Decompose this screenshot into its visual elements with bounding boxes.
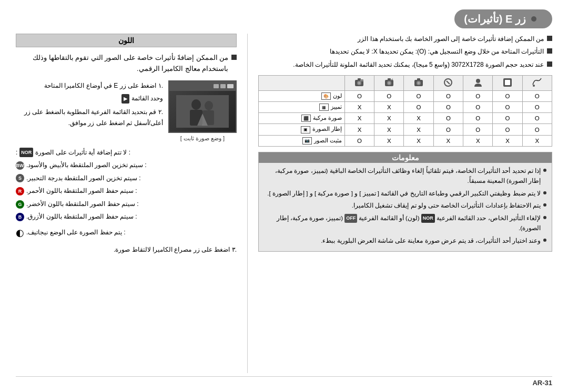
page-number: AR-31 [532, 379, 552, 387]
b-icon: B [16, 213, 24, 221]
info-dot-4 [543, 216, 546, 219]
step-3: .٣ اضغط على زر مصراع الكاميرا لالتقاط صو… [16, 244, 237, 256]
table-row-sura-murakkaba: O O O O X X X صورة مركبة ⬛ [259, 113, 552, 124]
effect-bw: : سيتم تخزين الصور الملتقطة بالأبيض والأ… [16, 160, 237, 171]
intro-bullet-1: من الممكن إضافةً تأثيرات خاصة على الصور … [16, 53, 237, 75]
color-label: اللون [16, 34, 237, 47]
svg-point-6 [533, 85, 535, 87]
info-dot-5 [543, 239, 546, 242]
th-label [259, 76, 345, 91]
s-icon: S [16, 174, 24, 182]
cam-icon-2 [220, 84, 226, 88]
info-bullet-2: لا يتم ضبط وظيفتي التكبير الرقمي وطباعة … [264, 189, 546, 199]
muthabbat-icon: 📷 [302, 137, 312, 145]
effect-r: : سيتم حفظ الصور الملتقطة باللون الأحمر.… [16, 185, 237, 197]
sq-bullet-1 [547, 36, 552, 41]
info-bullet-4: لإلغاء التأثير الخاص، حدد القائمة الفرعي… [264, 213, 546, 234]
th-icon7 [344, 76, 374, 91]
svg-rect-19 [388, 78, 391, 80]
effects-list: : لا تتم إضافة أية تأثيرات على الصورة NO… [16, 147, 237, 256]
svg-point-22 [358, 82, 360, 84]
nor-badge: NOR [19, 148, 33, 157]
th-icon3 [463, 76, 493, 91]
title-bar: زر E (تأثيرات) [454, 9, 552, 28]
effect-neg: : يتم حفظ الصورة على الوضع نيجاتيف. ◐ [16, 224, 237, 241]
right-column: من الممكن إضافة تأثيرات خاصة إلى الصور ا… [258, 34, 552, 373]
camera-preview-box [168, 80, 237, 133]
left-column: اللون من الممكن إضافةً تأثيرات خاصة على … [16, 34, 237, 373]
steps-list: .١ اضغط على زر E في أوضاع الكاميرا المتا… [16, 80, 163, 131]
table-row-tamyiz: O O O O O X X تمييز ▦ [259, 102, 552, 113]
bw-icon: BW [16, 161, 24, 170]
title-bullet [531, 16, 536, 22]
svg-point-9 [476, 79, 480, 83]
photo-silhouette [176, 95, 229, 128]
page-header: زر E (تأثيرات) [16, 9, 552, 28]
r-icon: R [16, 187, 24, 195]
svg-line-11 [447, 81, 450, 84]
table-row-lon: O O O O O O O لون 🎨 [259, 91, 552, 102]
sq-bullet-3 [547, 61, 552, 67]
camera-label: [ وضع صورة ثابت ] [180, 135, 225, 142]
effects-table: O O O O O O O لون 🎨 O [258, 75, 552, 146]
step-2: .٢ قم بتحديد القائمة الفرعية المطلوبة با… [16, 107, 163, 129]
step-1: .١ اضغط على زر E في أوضاع الكاميرا المتا… [16, 80, 163, 92]
info-dot-2 [543, 191, 546, 194]
neg-icon: ◐ [16, 224, 24, 241]
effect-b: : سيتم حفظ الصور الملتقطة باللون الأزرق.… [16, 211, 237, 223]
info-box: معلومات إذا تم تحديد أحد التأثيرات الخاص… [258, 152, 552, 252]
effect-g: : سيتم حفظ الصور الملتقطة باللون الأخضر.… [16, 199, 237, 210]
g-icon: G [16, 200, 24, 209]
svg-rect-15 [417, 78, 420, 80]
info-bullet-3: يتم الاحتفاظ بإعدادات التأثيرات الخاصة ح… [264, 201, 546, 211]
info-dot-3 [543, 203, 546, 207]
square-bullet-icon [231, 55, 237, 60]
off-badge: OFF [344, 214, 357, 223]
info-bullet-5: وعند اختيار أحد التأثيرات، قد يتم عرض صو… [264, 236, 546, 246]
th-icon6 [374, 76, 404, 91]
lon-icon: 🎨 [321, 92, 331, 100]
nor-badge-2: NOR [421, 214, 435, 223]
right-bullets: من الممكن إضافة تأثيرات خاصة إلى الصور ا… [258, 34, 552, 70]
th-icon5 [404, 76, 433, 91]
step-1b: وحدد القائمة ▶ [16, 93, 163, 105]
r-bullet-2: التأثيرات المتاحة من خلال وضع التسجيل هي… [258, 46, 552, 57]
page-footer: AR-31 [16, 376, 552, 387]
table-row-itar: O O O O X X X إطار الصورة ▣ [259, 124, 552, 135]
svg-rect-24 [360, 79, 363, 81]
effect-s: : سيتم تخزين الصور الملتقطة بدرجة التحبي… [16, 173, 237, 184]
th-icon1 [522, 76, 552, 91]
svg-point-1 [191, 99, 201, 110]
info-dot-1 [543, 169, 546, 172]
svg-point-14 [418, 82, 420, 84]
svg-point-18 [388, 82, 390, 84]
r-bullet-1: من الممكن إضافة تأثيرات خاصة إلى الصور ا… [258, 34, 552, 44]
table-header-row [259, 76, 552, 91]
info-box-text: إذا تم تحديد أحد التأثيرات الخاصة، فيتم … [264, 166, 546, 246]
cam-icon-1 [227, 84, 234, 88]
table-row-muthabbat: X X X X X X O مثبت الصور 📷 [259, 135, 552, 146]
tamyiz-icon: ▦ [319, 104, 329, 111]
itar-icon: ▣ [301, 126, 310, 133]
th-icon2 [493, 76, 522, 91]
camera-preview-area: [ وضع صورة ثابت ] .١ اضغط على زر E في أو… [16, 80, 237, 142]
info-box-header: معلومات [259, 152, 552, 163]
divider [247, 34, 248, 373]
camera-image [169, 91, 236, 132]
cam-icon-3 [214, 84, 219, 88]
page-title: زر E (تأثيرات) [464, 13, 526, 25]
effect-nor: : لا تتم إضافة أية تأثيرات على الصورة NO… [16, 147, 237, 159]
r-bullet-3: عند تحديد حجم الصورة 3072X1728 (واسع 5 م… [258, 59, 552, 70]
sq-bullet-2 [547, 48, 552, 54]
th-icon4 [433, 76, 463, 91]
page: زر E (تأثيرات) اللون من الممكن إضافةً تأ… [0, 0, 568, 392]
camera-top-bar [169, 81, 236, 91]
svg-point-3 [205, 101, 213, 110]
queue-icon-badge: ▶ [121, 94, 129, 104]
intro-text: من الممكن إضافةً تأثيرات خاصة على الصور … [16, 53, 237, 75]
svg-rect-8 [505, 80, 510, 85]
info-bullet-1: إذا تم تحديد أحد التأثيرات الخاصة، فيتم … [264, 166, 546, 187]
main-content: اللون من الممكن إضافةً تأثيرات خاصة على … [16, 34, 552, 373]
sura-mur-icon: ⬛ [301, 115, 311, 122]
